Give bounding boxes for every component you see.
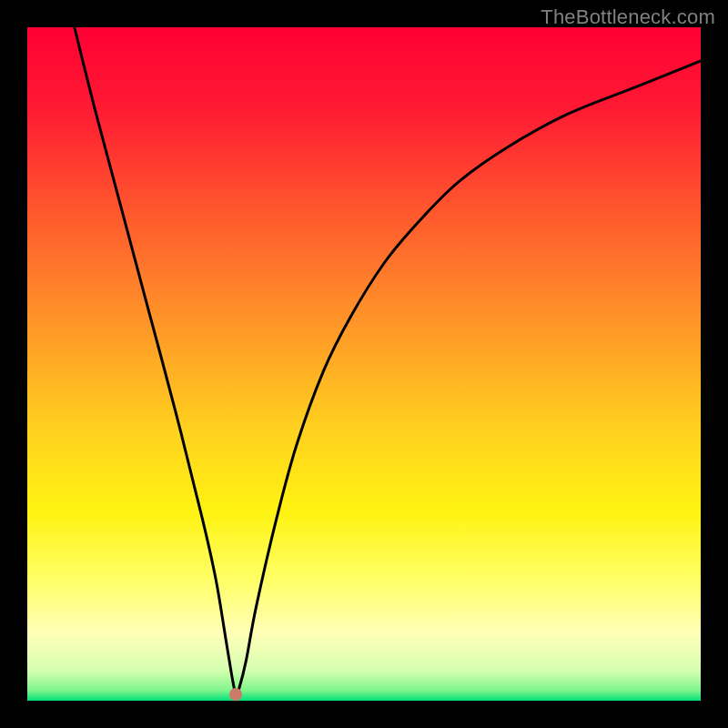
watermark-text: TheBottleneck.com <box>541 5 715 29</box>
chart-frame: TheBottleneck.com <box>0 0 728 728</box>
optimal-point-marker <box>229 688 242 701</box>
bottleneck-curve <box>27 27 701 701</box>
plot-area <box>27 27 701 701</box>
